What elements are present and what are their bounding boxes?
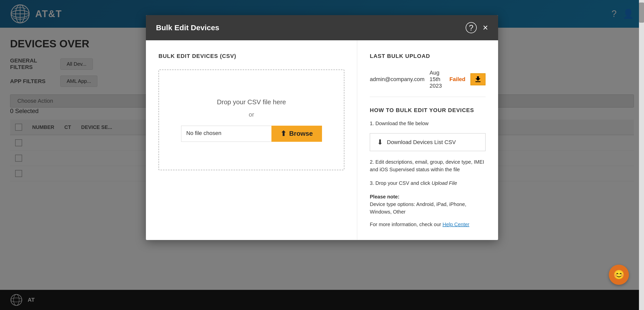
browse-label: Browse <box>289 130 313 137</box>
download-icon <box>474 76 481 83</box>
please-note-text: Device type options: Android, iPad, iPho… <box>370 201 466 215</box>
last-upload-section: LAST BULK UPLOAD admin@company.com Aug 1… <box>370 53 486 97</box>
modal-title: Bulk Edit Devices <box>156 23 219 32</box>
modal-right-panel: LAST BULK UPLOAD admin@company.com Aug 1… <box>357 40 498 240</box>
modal-body: BULK EDIT DEVICES (CSV) Drop your CSV fi… <box>146 40 498 240</box>
chat-icon: 😊 <box>613 269 625 280</box>
please-note-label: Please note: <box>370 194 399 199</box>
file-name-display: No file chosen <box>181 126 271 142</box>
upload-email: admin@company.com <box>370 76 425 83</box>
step-3-text: 3. Drop your CSV and click Upload File <box>370 179 486 187</box>
file-input-row: No file chosen ⬆ Browse <box>181 126 322 142</box>
drop-or-text: or <box>249 111 254 118</box>
help-center-link[interactable]: Help Center <box>442 222 469 227</box>
scrollbar <box>639 0 644 310</box>
please-note: Please note: Device type options: Androi… <box>370 193 486 216</box>
step-3-prefix: 3. Drop your CSV and click <box>370 180 432 186</box>
browse-button[interactable]: ⬆ Browse <box>271 126 322 142</box>
download-csv-label: Download Devices List CSV <box>387 139 456 146</box>
help-center-row: For more information, check our Help Cen… <box>370 222 486 227</box>
download-result-button[interactable] <box>470 73 486 85</box>
step-3-italic: Upload File <box>432 180 457 186</box>
chat-bubble-button[interactable]: 😊 <box>609 265 629 285</box>
modal-header: Bulk Edit Devices ? × <box>146 15 498 40</box>
bulk-edit-section-title: BULK EDIT DEVICES (CSV) <box>158 53 344 59</box>
modal-header-actions: ? × <box>466 22 488 33</box>
modal-close-button[interactable]: × <box>483 23 488 32</box>
how-to-title: HOW TO BULK EDIT YOUR DEVICES <box>370 107 486 114</box>
upload-date: Aug 15th 2023 <box>430 70 445 89</box>
help-center-prefix: For more information, check our <box>370 222 442 227</box>
modal-help-button[interactable]: ? <box>466 22 477 33</box>
last-upload-row: admin@company.com Aug 15th 2023 Failed <box>370 70 486 89</box>
step-2-text: 2. Edit descriptions, email, group, devi… <box>370 158 486 173</box>
svg-rect-8 <box>475 81 480 82</box>
download-csv-button[interactable]: ⬇ Download Devices List CSV <box>370 133 486 151</box>
how-to-section: HOW TO BULK EDIT YOUR DEVICES 1. Downloa… <box>370 107 486 227</box>
upload-icon: ⬆ <box>280 129 286 138</box>
bulk-edit-modal: Bulk Edit Devices ? × BULK EDIT DEVICES … <box>146 15 498 240</box>
modal-overlay: Bulk Edit Devices ? × BULK EDIT DEVICES … <box>0 0 644 310</box>
drop-zone-text: Drop your CSV file here <box>217 98 286 106</box>
modal-left-panel: BULK EDIT DEVICES (CSV) Drop your CSV fi… <box>146 40 357 240</box>
download-csv-icon: ⬇ <box>377 138 383 146</box>
scroll-thumb[interactable] <box>639 3 644 23</box>
step-1-text: 1. Download the file below <box>370 120 486 127</box>
csv-drop-zone[interactable]: Drop your CSV file here or No file chose… <box>158 70 344 170</box>
upload-status-badge: Failed <box>449 76 465 83</box>
last-upload-title: LAST BULK UPLOAD <box>370 53 486 59</box>
